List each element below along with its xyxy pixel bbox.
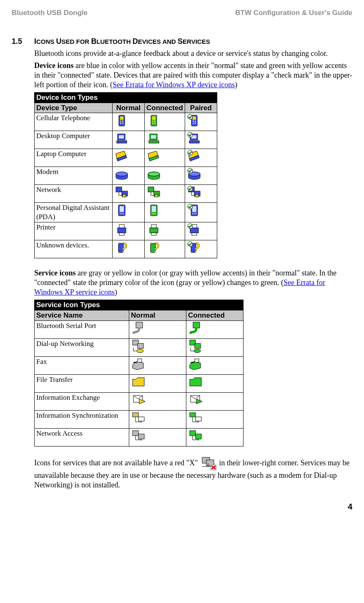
svg-rect-75 (190, 228, 198, 233)
service-connected-icon (186, 428, 244, 446)
svg-rect-114 (196, 434, 201, 439)
svg-rect-64 (192, 206, 196, 212)
device-type-cell: Network (35, 185, 113, 203)
svg-rect-24 (149, 141, 159, 143)
device-type-cell: Personal Digital Assistant (PDA) (35, 203, 113, 222)
svg-point-62 (155, 213, 156, 214)
service-icon-table: Service Icon Types Service Name Normal C… (34, 300, 244, 447)
svg-rect-69 (118, 228, 126, 233)
table-row: Cellular Telephone (35, 113, 217, 131)
svg-point-57 (123, 213, 124, 214)
svg-rect-99 (138, 417, 144, 421)
header-right: BTW Configuration & User's Guide (235, 8, 352, 18)
device-header-0: Device Type (35, 103, 113, 113)
device-connected-icon (145, 131, 185, 149)
service-header-1: Normal (129, 310, 186, 320)
svg-rect-41 (123, 194, 126, 197)
svg-point-31 (116, 172, 128, 176)
device-connected-icon (145, 113, 185, 131)
svg-rect-3 (122, 121, 123, 122)
svg-rect-73 (151, 225, 156, 228)
device-connected-icon (145, 185, 185, 203)
service-icons-lead: Service icons (34, 269, 75, 277)
svg-rect-5 (122, 123, 123, 124)
svg-rect-13 (193, 116, 196, 120)
svg-point-55 (120, 213, 121, 214)
service-connected-icon (186, 338, 244, 356)
svg-rect-109 (138, 434, 144, 439)
svg-rect-2 (120, 121, 121, 122)
service-normal-icon (129, 338, 186, 356)
device-table-title: Device Icon Types (35, 92, 217, 103)
svg-rect-14 (193, 121, 194, 122)
service-name-cell: Information Synchronization (35, 410, 129, 428)
device-type-cell: Modem (35, 167, 113, 185)
service-normal-icon (129, 392, 186, 410)
svg-rect-17 (195, 123, 196, 124)
service-icons-close: ) (115, 288, 117, 296)
unavail-pre: Icons for services that are not availabl… (34, 459, 200, 467)
device-icons-paragraph: Device icons are blue in color with yell… (34, 61, 352, 90)
table-row: Bluetooth Serial Port (35, 320, 244, 338)
svg-point-84 (195, 251, 197, 252)
device-type-cell: Desktop Computer (35, 131, 113, 149)
device-normal-icon (113, 185, 145, 203)
page-number: 4 (12, 502, 352, 512)
svg-rect-92 (195, 343, 201, 348)
device-connected-icon (145, 240, 185, 258)
service-normal-icon (129, 356, 186, 374)
svg-rect-94 (138, 359, 142, 362)
service-name-cell: Bluetooth Serial Port (35, 320, 129, 338)
svg-point-33 (148, 172, 160, 176)
service-connected-icon (186, 320, 244, 338)
svg-rect-113 (190, 431, 196, 436)
svg-rect-54 (120, 206, 124, 212)
service-connected-icon (186, 356, 244, 374)
svg-rect-7 (152, 116, 156, 120)
table-row: Information Exchange (35, 392, 244, 410)
device-type-cell: Printer (35, 222, 113, 240)
table-row: Printer (35, 222, 217, 240)
table-row: Modem (35, 167, 217, 185)
svg-rect-37 (116, 187, 122, 192)
svg-rect-108 (133, 431, 138, 436)
service-connected-icon (186, 410, 244, 428)
svg-rect-9 (154, 121, 156, 122)
svg-point-60 (152, 213, 153, 214)
svg-point-90 (137, 349, 143, 353)
header-left: Bluetooth USB Dongle (12, 8, 88, 18)
svg-point-66 (193, 213, 195, 214)
svg-rect-103 (190, 413, 196, 417)
svg-rect-98 (133, 413, 138, 417)
device-connected-icon (145, 222, 185, 240)
device-paired-icon (185, 113, 217, 131)
device-paired-icon (185, 222, 217, 240)
svg-rect-46 (155, 194, 158, 197)
svg-rect-11 (154, 123, 156, 124)
svg-point-67 (195, 213, 196, 214)
svg-rect-42 (148, 187, 154, 192)
svg-point-80 (123, 251, 124, 252)
device-header-2: Connected (145, 103, 185, 113)
svg-rect-71 (119, 233, 124, 235)
svg-rect-15 (195, 121, 196, 122)
service-normal-icon (129, 320, 186, 338)
device-type-cell: Cellular Telephone (35, 113, 113, 131)
svg-rect-87 (193, 322, 200, 328)
device-connected-icon (145, 167, 185, 185)
service-normal-icon (129, 410, 186, 428)
device-paired-icon (185, 149, 217, 167)
table-row: Information Synchronization (35, 410, 244, 428)
table-row: Personal Digital Assistant (PDA) (35, 203, 217, 222)
svg-rect-10 (152, 123, 153, 124)
device-connected-icon (145, 203, 185, 222)
device-normal-icon (113, 167, 145, 185)
table-row: Laptop Computer (35, 149, 217, 167)
device-icon-table: Device Icon Types Device Type Normal Con… (34, 92, 217, 258)
device-type-cell: Laptop Computer (35, 149, 113, 167)
device-paired-icon (185, 131, 217, 149)
device-errata-link[interactable]: See Errata for Windows XP device icons (113, 81, 235, 89)
device-paired-icon (185, 203, 217, 222)
device-normal-icon (113, 131, 145, 149)
svg-rect-74 (151, 233, 156, 235)
